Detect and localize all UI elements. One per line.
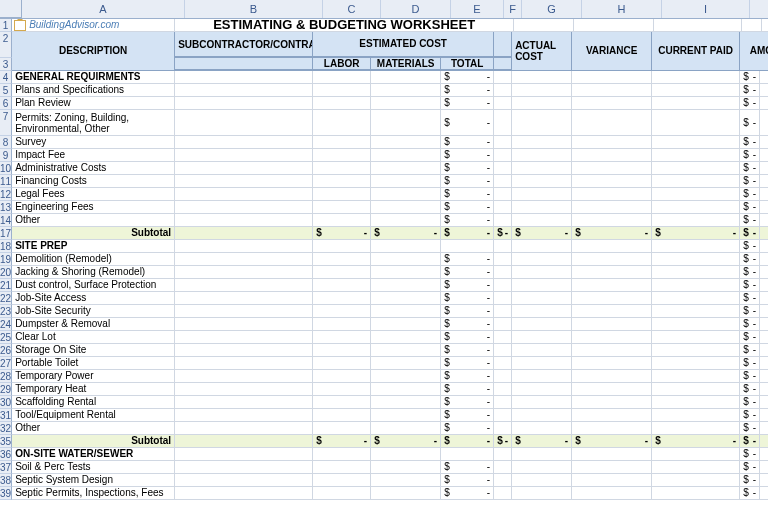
col-header-c[interactable]: C — [323, 0, 381, 18]
col-header-b[interactable]: B — [185, 0, 323, 18]
row-header[interactable]: 36 — [0, 448, 12, 461]
item-desc[interactable]: Job-Site Access — [12, 292, 175, 304]
item-desc[interactable]: Permits: Zoning, Building, Environmental… — [12, 110, 175, 135]
row-header[interactable]: 1 — [0, 19, 12, 32]
item-desc[interactable]: Portable Toilet — [12, 357, 175, 369]
item-desc[interactable]: Other — [12, 214, 175, 226]
hdr-estimated-cost: ESTIMATED COST — [313, 32, 494, 57]
item-desc[interactable]: Legal Fees — [12, 188, 175, 200]
item-desc[interactable]: Job-Site Security — [12, 305, 175, 317]
row-header[interactable]: 26 — [0, 344, 12, 357]
item-desc[interactable]: Dust control, Surface Protection — [12, 279, 175, 291]
row-header[interactable]: 19 — [0, 253, 12, 266]
title-row: BuildingAdvisor.com ESTIMATING & BUDGETI… — [12, 19, 768, 32]
item-row: Dumpster & Removal — [12, 318, 768, 331]
row-header[interactable]: 30 — [0, 396, 12, 409]
row-header[interactable]: 2 — [0, 32, 12, 58]
item-row: Septic System Design — [12, 474, 768, 487]
row-header[interactable]: 11 — [0, 175, 12, 188]
row-header[interactable]: 7 — [0, 110, 12, 136]
col-header-e[interactable]: E — [451, 0, 504, 18]
row-header[interactable]: 23 — [0, 305, 12, 318]
item-row: Survey — [12, 136, 768, 149]
section-name[interactable]: ON-SITE WATER/SEWER — [12, 448, 175, 460]
item-desc[interactable]: Survey — [12, 136, 175, 148]
row-header[interactable]: 25 — [0, 331, 12, 344]
row-header[interactable]: 5 — [0, 84, 12, 97]
row-header[interactable]: 39 — [0, 487, 12, 500]
item-row: Temporary Heat — [12, 383, 768, 396]
item-desc[interactable]: Scaffolding Rental — [12, 396, 175, 408]
subtotal-label[interactable]: Subtotal — [12, 435, 175, 447]
grid[interactable]: BuildingAdvisor.com ESTIMATING & BUDGETI… — [12, 19, 768, 500]
item-desc[interactable]: Dumpster & Removal — [12, 318, 175, 330]
item-desc[interactable]: Other — [12, 422, 175, 434]
row-header[interactable]: 12 — [0, 188, 12, 201]
row-header[interactable]: 28 — [0, 370, 12, 383]
row-header[interactable]: 38 — [0, 474, 12, 487]
item-desc[interactable]: Financing Costs — [12, 175, 175, 187]
row-header[interactable]: 22 — [0, 292, 12, 305]
col-header-i[interactable]: I — [662, 0, 750, 18]
item-desc[interactable]: Temporary Power — [12, 370, 175, 382]
item-desc[interactable]: Soil & Perc Tests — [12, 461, 175, 473]
row-header[interactable]: 29 — [0, 383, 12, 396]
row-header[interactable]: 21 — [0, 279, 12, 292]
row-header[interactable]: 17 — [0, 227, 12, 240]
item-desc[interactable]: Administrative Costs — [12, 162, 175, 174]
row-header[interactable]: 31 — [0, 409, 12, 422]
item-desc[interactable]: Jacking & Shoring (Remodel) — [12, 266, 175, 278]
item-desc[interactable]: Engineering Fees — [12, 201, 175, 213]
subtotal-label[interactable]: Subtotal — [12, 227, 175, 239]
item-row: Engineering Fees — [12, 201, 768, 214]
col-header-f[interactable]: F — [504, 0, 522, 18]
item-desc[interactable]: Impact Fee — [12, 149, 175, 161]
item-row: Legal Fees — [12, 188, 768, 201]
row-header[interactable]: 20 — [0, 266, 12, 279]
col-header-h[interactable]: H — [582, 0, 662, 18]
row-header[interactable]: 35 — [0, 435, 12, 448]
row-header[interactable]: 6 — [0, 97, 12, 110]
select-all-corner[interactable] — [0, 0, 22, 18]
hdr-amount-due: AMOUNT DUE — [740, 32, 768, 71]
col-header-d[interactable]: D — [381, 0, 451, 18]
item-desc[interactable]: Storage On Site — [12, 344, 175, 356]
item-desc[interactable]: Temporary Heat — [12, 383, 175, 395]
due-cell[interactable] — [740, 71, 760, 83]
row-header[interactable]: 27 — [0, 357, 12, 370]
item-row: Storage On Site — [12, 344, 768, 357]
hdr-materials: MATERIALS — [371, 58, 441, 70]
row-header[interactable]: 3 — [0, 58, 12, 71]
item-row: Plans and Specifications — [12, 84, 768, 97]
item-desc[interactable]: Demolition (Remodel) — [12, 253, 175, 265]
logo-text: BuildingAdvisor.com — [29, 19, 119, 31]
item-desc[interactable]: Septic Permits, Inspections, Fees — [12, 487, 175, 499]
hdr-labor: LABOR — [313, 58, 371, 70]
hdr-description: DESCRIPTION — [12, 32, 175, 71]
section-row: ON-SITE WATER/SEWER — [12, 448, 768, 461]
row-header[interactable]: 37 — [0, 461, 12, 474]
item-row: Administrative Costs — [12, 162, 768, 175]
item-desc[interactable]: Tool/Equipment Rental — [12, 409, 175, 421]
row-header[interactable]: 4 — [0, 71, 12, 84]
item-row: Dust control, Surface Protection — [12, 279, 768, 292]
row-header[interactable]: 18 — [0, 240, 12, 253]
row-header[interactable]: 8 — [0, 136, 12, 149]
row-header[interactable]: 9 — [0, 149, 12, 162]
item-desc[interactable]: Plans and Specifications — [12, 84, 175, 96]
row-header[interactable]: 32 — [0, 422, 12, 435]
col-header-a[interactable]: A — [22, 0, 185, 18]
item-desc[interactable]: Clear Lot — [12, 331, 175, 343]
row-header[interactable]: 13 — [0, 201, 12, 214]
house-icon — [14, 20, 26, 31]
total-cell[interactable] — [441, 71, 494, 83]
item-desc[interactable]: Plan Review — [12, 97, 175, 109]
row-header[interactable]: 24 — [0, 318, 12, 331]
section-name[interactable]: GENERAL REQUIRMENTS — [12, 71, 175, 83]
row-header[interactable]: 10 — [0, 162, 12, 175]
hdr-actual-cost: ACTUAL COST — [512, 32, 572, 71]
section-name[interactable]: SITE PREP — [12, 240, 175, 252]
row-header[interactable]: 14 — [0, 214, 12, 227]
col-header-g[interactable]: G — [522, 0, 582, 18]
item-desc[interactable]: Septic System Design — [12, 474, 175, 486]
